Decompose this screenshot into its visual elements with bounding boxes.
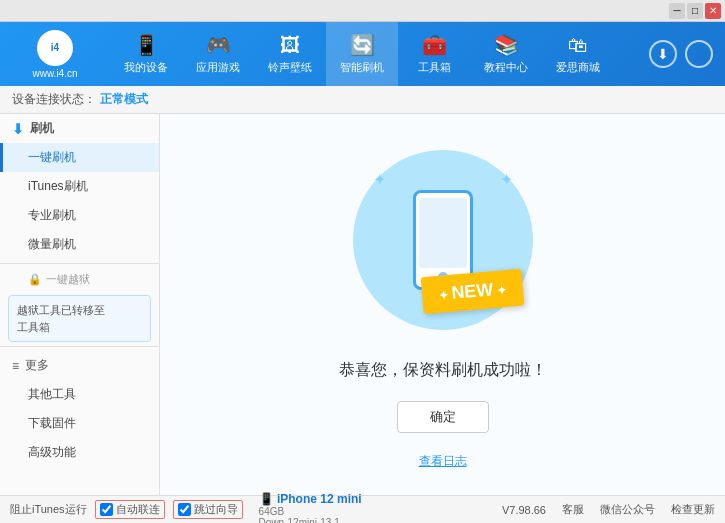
- download-button[interactable]: ⬇: [649, 40, 677, 68]
- nav-label-apps: 应用游戏: [196, 60, 240, 75]
- device-storage: 64GB: [259, 506, 362, 517]
- sidebar-separator-1: [0, 263, 159, 264]
- main-content: ✦ ✦ NEW 恭喜您，保资料刷机成功啦！ 确定 查看日志: [160, 114, 725, 495]
- phone-illustration: ✦ ✦ NEW: [343, 140, 543, 340]
- phone-screen: [419, 198, 467, 268]
- sidebar-item-one-click-flash[interactable]: 一键刷机: [0, 143, 159, 172]
- logo-subtitle: www.i4.cn: [32, 68, 77, 79]
- header: i4 www.i4.cn 📱 我的设备 🎮 应用游戏 🖼 铃声壁纸 🔄 智能刷机…: [0, 22, 725, 86]
- status-bar: 设备连接状态： 正常模式: [0, 86, 725, 114]
- device-model: Down-12mini-13,1: [259, 517, 362, 524]
- smart-flash-icon: 🔄: [350, 33, 375, 57]
- skip-guide-label: 跳过向导: [194, 502, 238, 517]
- title-bar: ─ □ ✕: [0, 0, 725, 22]
- minimize-button[interactable]: ─: [669, 3, 685, 19]
- sidebar-more-header: ≡ 更多: [0, 351, 159, 380]
- sparkle-right-icon: ✦: [500, 170, 513, 189]
- nav-label-tutorials: 教程中心: [484, 60, 528, 75]
- apps-icon: 🎮: [206, 33, 231, 57]
- sidebar-separator-2: [0, 346, 159, 347]
- wallpaper-icon: 🖼: [280, 34, 300, 57]
- status-value: 正常模式: [100, 91, 148, 108]
- sidebar-item-advanced[interactable]: 高级功能: [0, 438, 159, 467]
- nav-label-toolbox: 工具箱: [418, 60, 451, 75]
- header-right: ⬇ 👤: [649, 40, 725, 68]
- phone-device-icon: 📱: [259, 492, 277, 506]
- tutorials-icon: 📚: [494, 33, 519, 57]
- nav-item-smart-flash[interactable]: 🔄 智能刷机: [326, 22, 398, 86]
- sidebar-flash-header: ⬇ 刷机: [0, 114, 159, 143]
- logo-area: i4 www.i4.cn: [0, 30, 110, 79]
- version-label: V7.98.66: [502, 504, 546, 516]
- service-link[interactable]: 客服: [562, 502, 584, 517]
- skip-guide-input[interactable]: [178, 503, 191, 516]
- confirm-button[interactable]: 确定: [397, 401, 489, 433]
- shopping-icon: 🛍: [568, 34, 588, 57]
- bottom-right: V7.98.66 客服 微信公众号 检查更新: [502, 502, 715, 517]
- skip-guide-checkbox[interactable]: 跳过向导: [173, 500, 243, 519]
- phone-circle: ✦ ✦ NEW: [353, 150, 533, 330]
- nav-item-tutorials[interactable]: 📚 教程中心: [470, 22, 542, 86]
- stop-itunes-label: 阻止iTunes运行: [10, 502, 87, 517]
- more-icon: ≡: [12, 359, 19, 373]
- device-info: 📱 iPhone 12 mini 64GB Down-12mini-13,1: [259, 492, 362, 524]
- bottom-left: 阻止iTunes运行 自动联连 跳过向导 📱 iPhone 12 mini 64…: [10, 492, 502, 524]
- info-line-2: 工具箱: [17, 319, 142, 336]
- sidebar-locked-jailbreak: 🔒 一键越狱: [0, 268, 159, 291]
- nav-item-toolbox[interactable]: 🧰 工具箱: [398, 22, 470, 86]
- info-line-1: 越狱工具已转移至: [17, 302, 142, 319]
- stop-itunes-button[interactable]: 阻止iTunes运行: [10, 502, 87, 517]
- user-button[interactable]: 👤: [685, 40, 713, 68]
- sidebar-item-download-firmware[interactable]: 下载固件: [0, 409, 159, 438]
- sidebar-info-box: 越狱工具已转移至 工具箱: [8, 295, 151, 342]
- nav-item-my-device[interactable]: 📱 我的设备: [110, 22, 182, 86]
- nav-item-wallpaper[interactable]: 🖼 铃声壁纸: [254, 22, 326, 86]
- status-label: 设备连接状态：: [12, 91, 96, 108]
- auto-connect-label: 自动联连: [116, 502, 160, 517]
- nav-label-smart-flash: 智能刷机: [340, 60, 384, 75]
- auto-connect-checkbox[interactable]: 自动联连: [95, 500, 165, 519]
- flash-section-icon: ⬇: [12, 121, 24, 137]
- sidebar-item-micro-flash[interactable]: 微量刷机: [0, 230, 159, 259]
- my-device-icon: 📱: [134, 33, 159, 57]
- logo-icon: i4: [37, 30, 73, 66]
- close-button[interactable]: ✕: [705, 3, 721, 19]
- toolbox-icon: 🧰: [422, 33, 447, 57]
- sparkle-left-icon: ✦: [373, 170, 386, 189]
- check-update-link[interactable]: 检查更新: [671, 502, 715, 517]
- lock-icon: 🔒: [28, 273, 42, 286]
- flash-section-label: 刷机: [30, 120, 54, 137]
- bottom-bar: 阻止iTunes运行 自动联连 跳过向导 📱 iPhone 12 mini 64…: [0, 495, 725, 523]
- success-text: 恭喜您，保资料刷机成功啦！: [339, 360, 547, 381]
- auto-connect-input[interactable]: [100, 503, 113, 516]
- more-label: 更多: [25, 357, 49, 374]
- sidebar-item-other-tools[interactable]: 其他工具: [0, 380, 159, 409]
- nav-label-wallpaper: 铃声壁纸: [268, 60, 312, 75]
- main-layout: ⬇ 刷机 一键刷机 iTunes刷机 专业刷机 微量刷机 🔒 一键越狱 越狱工具…: [0, 114, 725, 495]
- nav-bar: 📱 我的设备 🎮 应用游戏 🖼 铃声壁纸 🔄 智能刷机 🧰 工具箱 📚 教程中心…: [110, 22, 649, 86]
- sidebar-item-itunes-flash[interactable]: iTunes刷机: [0, 172, 159, 201]
- maximize-button[interactable]: □: [687, 3, 703, 19]
- device-name: 📱 iPhone 12 mini: [259, 492, 362, 506]
- revisit-link[interactable]: 查看日志: [419, 453, 467, 470]
- wechat-link[interactable]: 微信公众号: [600, 502, 655, 517]
- sidebar-item-pro-flash[interactable]: 专业刷机: [0, 201, 159, 230]
- nav-label-shopping: 爱思商城: [556, 60, 600, 75]
- nav-label-my-device: 我的设备: [124, 60, 168, 75]
- nav-item-shopping[interactable]: 🛍 爱思商城: [542, 22, 614, 86]
- sidebar: ⬇ 刷机 一键刷机 iTunes刷机 专业刷机 微量刷机 🔒 一键越狱 越狱工具…: [0, 114, 160, 495]
- nav-item-apps[interactable]: 🎮 应用游戏: [182, 22, 254, 86]
